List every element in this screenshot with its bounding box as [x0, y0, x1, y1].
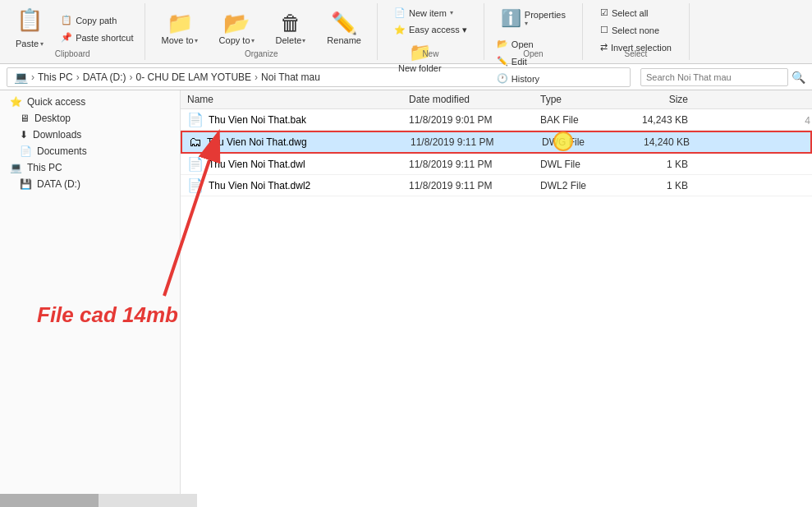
file-row-2[interactable]: 📄 Thu Vien Noi That.dwl 11/8/2019 9:11 P…: [181, 154, 812, 175]
rename-button[interactable]: ✏️ Rename: [318, 5, 370, 53]
col-header-date[interactable]: Date modified: [409, 94, 540, 105]
file-row-3[interactable]: 📄 Thu Vien Noi That.dwl2 11/8/2019 9:11 …: [181, 175, 812, 196]
file-size-1: 14,240 KB: [624, 136, 690, 148]
paste-shortcut-button[interactable]: 📌 Paste shortcut: [56, 30, 138, 45]
col-header-type[interactable]: Type: [540, 94, 622, 105]
file-date-1: 11/8/2019 9:11 PM: [411, 136, 542, 148]
file-icon-2: 📄: [187, 156, 204, 172]
easy-access-icon: ⭐: [394, 25, 406, 35]
path-thispc[interactable]: This PC: [38, 71, 73, 83]
right-page-indicator: 4: [805, 115, 810, 127]
file-list-header: Name Date modified Type Size: [181, 90, 812, 109]
clipboard-label: Clipboard: [0, 49, 145, 58]
downloads-label: Downloads: [33, 129, 81, 141]
file-size-0: 14,243 KB: [622, 114, 688, 126]
clipboard-group: 📋 Paste ▾ 📋 Copy path 📌 Paste shortcut C…: [0, 3, 145, 60]
sep1: ›: [31, 71, 34, 83]
open-group: ℹ️ Properties ▾ 📂 Open ✏️ Edit: [484, 3, 583, 60]
thispc-icon: 💻: [10, 162, 22, 173]
select-all-button[interactable]: ☑ Select all: [595, 5, 654, 21]
file-name-3: Thu Vien Noi That.dwl2: [209, 180, 310, 191]
new-item-button[interactable]: 📄 New item ▾: [389, 5, 458, 21]
path-folder[interactable]: 0- CHU DE LAM YOTUBE: [136, 71, 251, 83]
docs-label: Documents: [37, 145, 87, 157]
ribbon: 📋 Paste ▾ 📋 Copy path 📌 Paste shortcut C…: [0, 0, 812, 64]
sidebar-item-desktop[interactable]: 🖥 Desktop: [0, 110, 180, 127]
organize-group: 📁 Move to ▾ 📂 Copy to ▾ 🗑 Delete ▾: [145, 3, 377, 60]
file-row-1[interactable]: 🗂 Thu Vien Noi That.dwg 11/8/2019 9:11 P…: [181, 131, 812, 154]
file-icon-0: 📄: [187, 112, 204, 127]
delete-button[interactable]: 🗑 Delete ▾: [267, 5, 315, 53]
bottom-scrollbar[interactable]: [0, 494, 197, 507]
select-all-label: Select all: [612, 8, 649, 18]
copy-to-label: Copy to: [219, 35, 250, 45]
copy-path-label: Copy path: [76, 16, 117, 25]
file-date-2: 11/8/2019 9:11 PM: [409, 159, 540, 170]
file-icon-1: 🗂: [189, 135, 202, 150]
new-folder-label: New folder: [398, 63, 442, 73]
paste-button[interactable]: 📋 Paste ▾: [7, 5, 53, 53]
properties-button[interactable]: ℹ️ Properties ▾: [492, 5, 575, 31]
organize-label: Organize: [145, 49, 376, 58]
easy-access-button[interactable]: ⭐ Easy access ▾: [389, 22, 472, 38]
datad-icon: 💾: [20, 178, 32, 190]
main-area: ⭐ Quick access 🖥 Desktop ⬇ Downloads 📄 D…: [0, 90, 812, 507]
delete-icon: 🗑: [280, 12, 301, 34]
rename-label: Rename: [327, 35, 361, 45]
search-icon: 🔍: [791, 71, 805, 84]
file-size-2: 1 KB: [622, 159, 688, 170]
move-to-button[interactable]: 📁 Move to ▾: [152, 5, 206, 53]
access-label: Quick access: [27, 96, 85, 108]
scrollbar-thumb[interactable]: [0, 494, 99, 507]
downloads-icon: ⬇: [20, 129, 28, 141]
copy-path-button[interactable]: 📋 Copy path: [56, 12, 138, 28]
search-input[interactable]: [640, 68, 788, 86]
select-none-button[interactable]: ☐ Select none: [595, 22, 664, 38]
history-button[interactable]: 🕐 History: [492, 71, 544, 86]
access-icon: ⭐: [10, 96, 22, 108]
path-subfolder[interactable]: Noi That mau: [261, 71, 320, 83]
open-label: Open: [484, 49, 582, 58]
new-group: 📄 New item ▾ ⭐ Easy access ▾ 📁 New folde…: [378, 3, 484, 60]
properties-label: Properties: [525, 10, 566, 20]
copy-to-icon: 📂: [223, 12, 250, 34]
file-list-container: Name Date modified Type Size 📄 Thu Vien …: [181, 90, 812, 507]
select-label: Select: [583, 49, 689, 58]
sidebar-item-docs[interactable]: 📄 Documents: [0, 143, 180, 159]
rename-icon: ✏️: [331, 12, 357, 34]
move-to-label: Move to: [161, 35, 193, 45]
path-computer: 💻: [14, 71, 28, 84]
path-data[interactable]: DATA (D:): [83, 71, 126, 83]
move-to-icon: 📁: [167, 12, 193, 34]
select-all-icon: ☑: [600, 7, 608, 18]
properties-icon: ℹ️: [501, 8, 521, 28]
thispc-label: This PC: [27, 162, 62, 173]
file-type-2: DWL File: [540, 159, 622, 170]
sidebar: ⭐ Quick access 🖥 Desktop ⬇ Downloads 📄 D…: [0, 90, 181, 507]
sidebar-item-access[interactable]: ⭐ Quick access: [0, 94, 180, 110]
open-icon: 📂: [497, 39, 508, 49]
docs-icon: 📄: [20, 145, 32, 157]
sidebar-item-datad[interactable]: 💾 DATA (D:): [0, 176, 180, 192]
col-header-name[interactable]: Name: [187, 94, 409, 105]
file-size-3: 1 KB: [622, 180, 688, 191]
select-none-label: Select none: [612, 25, 659, 35]
sidebar-item-downloads[interactable]: ⬇ Downloads: [0, 127, 180, 143]
col-header-size[interactable]: Size: [622, 94, 688, 105]
file-name-0: Thu Vien Noi That.bak: [209, 114, 306, 126]
file-row-0[interactable]: 📄 Thu Vien Noi That.bak 11/8/2019 9:01 P…: [181, 109, 812, 131]
paste-shortcut-icon: 📌: [61, 32, 72, 43]
sidebar-item-thispc[interactable]: 💻 This PC: [0, 159, 180, 176]
copy-to-button[interactable]: 📂 Copy to ▾: [210, 5, 264, 53]
paste-shortcut-label: Paste shortcut: [76, 33, 133, 43]
file-name-2: Thu Vien Noi That.dwl: [209, 159, 305, 170]
select-none-icon: ☐: [600, 25, 608, 35]
new-item-icon: 📄: [394, 7, 406, 18]
file-date-0: 11/8/2019 9:01 PM: [409, 114, 540, 126]
file-date-3: 11/8/2019 9:11 PM: [409, 180, 540, 191]
history-icon: 🕐: [497, 73, 508, 84]
history-label: History: [512, 74, 539, 84]
delete-label: Delete: [276, 35, 302, 45]
open-label: Open: [512, 39, 534, 49]
file-icon-3: 📄: [187, 177, 204, 193]
